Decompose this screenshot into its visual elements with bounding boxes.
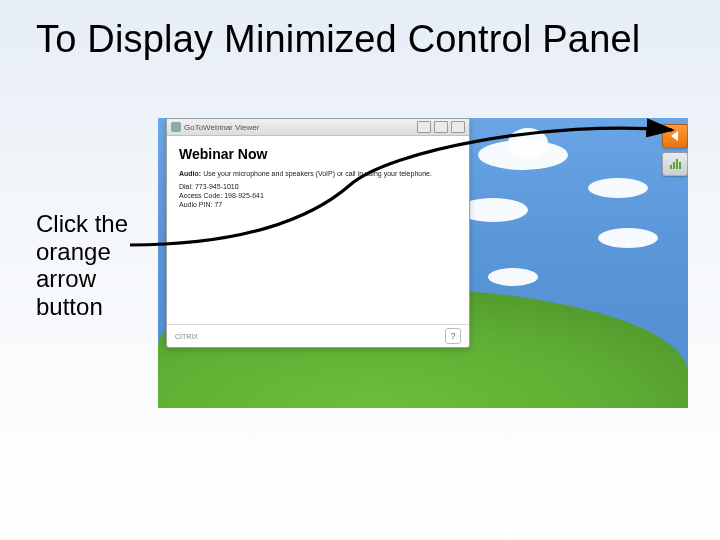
slide: To Display Minimized Control Panel Click…	[0, 0, 720, 540]
app-icon	[171, 122, 181, 132]
audio-instructions: Audio: Use your microphone and speakers …	[179, 170, 457, 177]
dial-label: Dial:	[179, 183, 193, 190]
desktop-screenshot: GoToWebinar Viewer Webinar Now Audio: Us…	[158, 118, 688, 408]
instruction-text: Click the orange arrow button	[36, 210, 156, 320]
window-title: GoToWebinar Viewer	[184, 123, 414, 132]
wallpaper-cloud	[508, 128, 548, 158]
audio-levels-icon	[670, 159, 681, 169]
window-titlebar[interactable]: GoToWebinar Viewer	[167, 119, 469, 136]
wallpaper-cloud	[488, 268, 538, 286]
arrow-left-icon	[671, 131, 678, 141]
gotowebinar-viewer-window: GoToWebinar Viewer Webinar Now Audio: Us…	[166, 118, 470, 348]
close-button[interactable]	[451, 121, 465, 133]
footer-brand: CİTRIX	[175, 333, 198, 340]
conference-details: Dial: 773-945-1010 Access Code: 198-925-…	[179, 182, 457, 209]
slide-title: To Display Minimized Control Panel	[36, 18, 684, 61]
access-row: Access Code: 198-925-641	[179, 191, 457, 200]
minimize-button[interactable]	[417, 121, 431, 133]
access-label: Access Code:	[179, 192, 222, 199]
audio-text: Use your microphone and speakers (VoIP) …	[203, 170, 432, 177]
wallpaper-cloud	[588, 178, 648, 198]
viewer-body: Webinar Now Audio: Use your microphone a…	[167, 136, 469, 324]
viewer-footer: CİTRIX ?	[167, 324, 469, 347]
pin-label: Audio PIN:	[179, 201, 212, 208]
webinar-heading: Webinar Now	[179, 146, 457, 162]
dial-row: Dial: 773-945-1010	[179, 182, 457, 191]
help-button[interactable]: ?	[445, 328, 461, 344]
audio-label: Audio:	[179, 170, 201, 177]
pin-row: Audio PIN: 77	[179, 200, 457, 209]
minimized-control-panel	[662, 124, 688, 180]
maximize-button[interactable]	[434, 121, 448, 133]
dial-value: 773-945-1010	[195, 183, 239, 190]
question-icon: ?	[450, 331, 455, 341]
expand-panel-button[interactable]	[662, 124, 688, 148]
pin-value: 77	[214, 201, 222, 208]
wallpaper-cloud	[598, 228, 658, 248]
access-value: 198-925-641	[224, 192, 264, 199]
audio-indicator-button[interactable]	[662, 152, 688, 176]
